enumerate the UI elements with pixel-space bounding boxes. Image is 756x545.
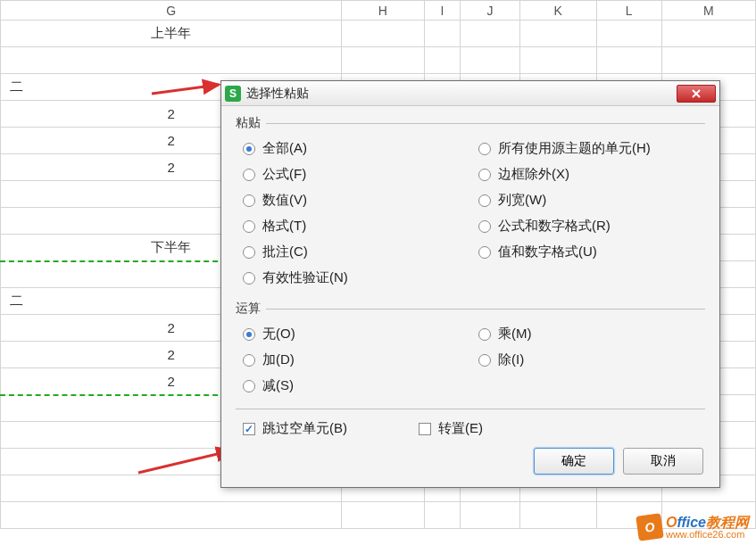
radio-icon <box>243 194 255 207</box>
radio-formats[interactable]: 格式(T) <box>243 218 469 235</box>
radio-op-div[interactable]: 除(I) <box>478 351 705 368</box>
radio-icon <box>478 143 491 155</box>
dialog-title: 选择性粘贴 <box>246 86 677 102</box>
column-headers: G H I J K L M <box>1 1 756 21</box>
radio-icon <box>243 328 255 341</box>
radio-icon <box>478 169 491 181</box>
checkbox-icon <box>419 423 431 435</box>
radio-icon <box>478 246 491 259</box>
radio-icon <box>243 272 255 285</box>
col-header[interactable]: J <box>461 1 519 21</box>
cell[interactable]: 上半年 <box>1 21 342 47</box>
cancel-button[interactable]: 取消 <box>623 448 703 475</box>
radio-op-sub[interactable]: 减(S) <box>243 377 469 394</box>
radio-noborder[interactable]: 边框除外(X) <box>478 166 705 183</box>
radio-op-add[interactable]: 加(D) <box>243 351 469 368</box>
radio-colwidth[interactable]: 列宽(W) <box>478 192 705 209</box>
radio-icon <box>243 380 255 392</box>
radio-icon <box>243 143 255 155</box>
operation-group: 运算 无(O) 乘(M) 加(D) 除(I) 减(S) <box>236 301 705 401</box>
radio-values[interactable]: 数值(V) <box>243 192 469 209</box>
paste-special-dialog: S 选择性粘贴 粘贴 全部(A) 所有使用源主题的单元(H) 公式(F) 边框除… <box>220 80 720 488</box>
watermark: O Office教程网 www.office26.com <box>637 515 749 540</box>
radio-icon <box>243 246 255 259</box>
checkbox-icon <box>243 423 255 435</box>
dialog-titlebar[interactable]: S 选择性粘贴 <box>221 81 719 106</box>
col-header[interactable]: H <box>342 1 424 21</box>
radio-valnum[interactable]: 值和数字格式(U) <box>478 244 705 260</box>
col-header[interactable]: K <box>519 1 596 21</box>
watermark-url: www.office26.com <box>666 530 749 540</box>
ok-button[interactable]: 确定 <box>534 448 614 475</box>
radio-all[interactable]: 全部(A) <box>243 140 469 157</box>
radio-icon <box>243 169 255 181</box>
radio-icon <box>478 194 491 207</box>
radio-icon <box>478 220 491 233</box>
radio-icon <box>478 354 491 367</box>
col-header[interactable]: L <box>596 1 661 21</box>
close-button[interactable] <box>677 85 716 103</box>
radio-formulas[interactable]: 公式(F) <box>243 166 469 183</box>
col-header[interactable]: G <box>1 1 342 21</box>
operation-legend: 运算 <box>236 301 266 317</box>
radio-op-none[interactable]: 无(O) <box>243 326 469 343</box>
col-header[interactable]: I <box>424 1 461 21</box>
col-header[interactable]: M <box>661 1 755 21</box>
radio-comments[interactable]: 批注(C) <box>243 244 469 260</box>
radio-icon <box>478 328 491 341</box>
radio-icon <box>243 220 255 233</box>
radio-icon <box>243 354 255 367</box>
radio-op-mul[interactable]: 乘(M) <box>478 326 705 343</box>
paste-group: 粘贴 全部(A) 所有使用源主题的单元(H) 公式(F) 边框除外(X) 数值(… <box>236 115 705 293</box>
radio-formnum[interactable]: 公式和数字格式(R) <box>478 218 705 235</box>
watermark-brand: Office教程网 <box>666 516 749 530</box>
checkbox-transpose[interactable]: 转置(E) <box>419 420 483 437</box>
options-row: 跳过空单元(B) 转置(E) <box>236 409 705 437</box>
paste-legend: 粘贴 <box>236 115 266 131</box>
checkbox-skip-blanks[interactable]: 跳过空单元(B) <box>243 420 347 437</box>
watermark-logo-icon: O <box>636 513 664 541</box>
radio-validation[interactable]: 有效性验证(N) <box>243 269 469 286</box>
wps-icon: S <box>225 86 241 102</box>
close-icon <box>691 88 702 99</box>
radio-theme[interactable]: 所有使用源主题的单元(H) <box>478 140 705 157</box>
